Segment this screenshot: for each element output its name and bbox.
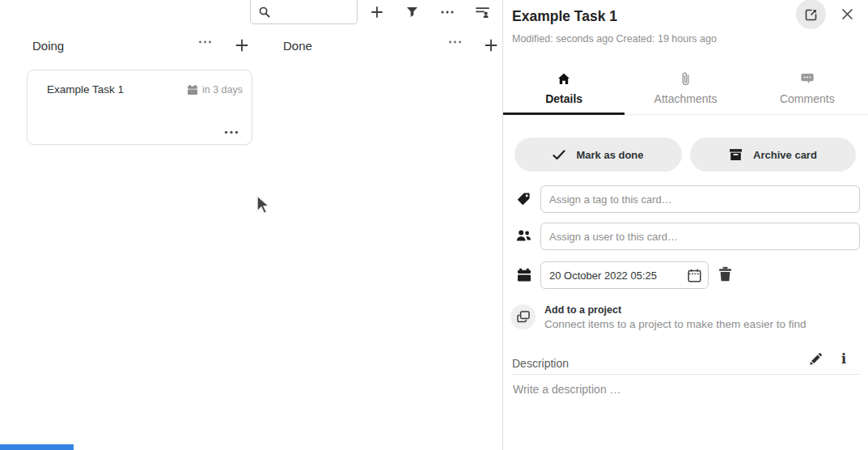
- more-icon: [224, 130, 239, 134]
- detail-tabs: Details Attachments Comments: [503, 66, 868, 115]
- add-to-project-subtitle: Connect items to a project to make them …: [544, 318, 806, 330]
- check-icon: [553, 150, 565, 160]
- mark-as-done-label: Mark as done: [576, 149, 643, 161]
- close-panel-button[interactable]: [837, 4, 857, 23]
- archive-card-button[interactable]: Archive card: [690, 138, 856, 172]
- close-icon: [841, 8, 853, 20]
- calendar-icon: [187, 84, 198, 96]
- tab-attachments[interactable]: Attachments: [625, 66, 746, 114]
- more-icon: [448, 40, 462, 44]
- open-calendar-button[interactable]: [688, 269, 701, 282]
- project-icon-circle: [510, 304, 536, 329]
- panel-title: Example Task 1: [512, 8, 617, 25]
- column-doing-more-button[interactable]: [197, 39, 214, 45]
- tag-icon: [517, 192, 531, 206]
- assign-view-button[interactable]: [470, 0, 494, 24]
- column-title-doing: Doing: [32, 39, 64, 53]
- tab-details[interactable]: Details: [503, 66, 625, 114]
- tab-label: Details: [545, 92, 582, 105]
- project-windows-icon: [517, 311, 530, 323]
- due-date-field[interactable]: 20 October 2022 05:25: [540, 261, 709, 289]
- pencil-icon: [809, 353, 822, 366]
- tab-comments[interactable]: Comments: [747, 66, 868, 114]
- kanban-card[interactable]: Example Task 1 in 3 days: [27, 70, 252, 145]
- edit-description-button[interactable]: [807, 351, 824, 367]
- description-divider: [512, 374, 860, 375]
- filter-button[interactable]: [400, 0, 424, 24]
- tab-label: Comments: [780, 92, 835, 105]
- add-icon: [370, 6, 383, 19]
- mark-as-done-button[interactable]: Mark as done: [514, 138, 682, 172]
- home-icon: [557, 72, 570, 85]
- accent-progress-bar: [0, 444, 74, 450]
- calendar-icon: [517, 268, 531, 282]
- open-in-new-window-icon: [805, 8, 818, 21]
- archive-card-label: Archive card: [753, 149, 817, 161]
- remove-due-date-button[interactable]: [717, 265, 734, 283]
- app-window: Doing Done Example Task 1 in 3 days: [0, 0, 868, 450]
- calendar-outline-icon: [688, 269, 701, 282]
- open-in-new-window-button[interactable]: [796, 0, 826, 29]
- more-icon: [198, 40, 212, 44]
- users-icon: [516, 229, 531, 242]
- card-more-button[interactable]: [222, 129, 240, 136]
- description-info-button[interactable]: i: [840, 350, 848, 368]
- mouse-cursor: [255, 195, 271, 216]
- card-due-label: in 3 days: [202, 84, 243, 96]
- description-placeholder[interactable]: Write a description …: [513, 383, 621, 396]
- column-doing-add-card-button[interactable]: [233, 36, 251, 54]
- assign-tag-input[interactable]: [540, 185, 860, 213]
- panel-meta: Modified: seconds ago Created: 19 hours …: [512, 33, 717, 45]
- assign-user-input[interactable]: [540, 223, 860, 250]
- search-input[interactable]: [250, 0, 358, 24]
- info-icon: i: [841, 351, 846, 367]
- column-done-add-card-button[interactable]: [482, 36, 500, 54]
- tab-label: Attachments: [654, 92, 718, 105]
- add-to-project-title[interactable]: Add to a project: [544, 304, 621, 316]
- card-due-date: in 3 days: [187, 84, 243, 96]
- add-icon: [235, 38, 249, 53]
- comment-icon: [801, 72, 814, 85]
- paperclip-icon: [680, 72, 690, 85]
- add-list-button[interactable]: [365, 0, 389, 24]
- assign-list-icon: [476, 6, 489, 19]
- column-done-more-button[interactable]: [447, 39, 464, 45]
- due-date-value: 20 October 2022 05:25: [549, 270, 688, 282]
- search-icon: [259, 6, 270, 18]
- description-label: Description: [512, 357, 569, 370]
- board-more-button[interactable]: [435, 0, 459, 24]
- trash-icon: [718, 266, 732, 282]
- add-icon: [484, 38, 498, 53]
- archive-icon: [729, 148, 743, 161]
- filter-icon: [406, 6, 418, 18]
- card-title: Example Task 1: [47, 83, 124, 96]
- column-title-done: Done: [283, 39, 312, 53]
- more-icon: [441, 11, 454, 14]
